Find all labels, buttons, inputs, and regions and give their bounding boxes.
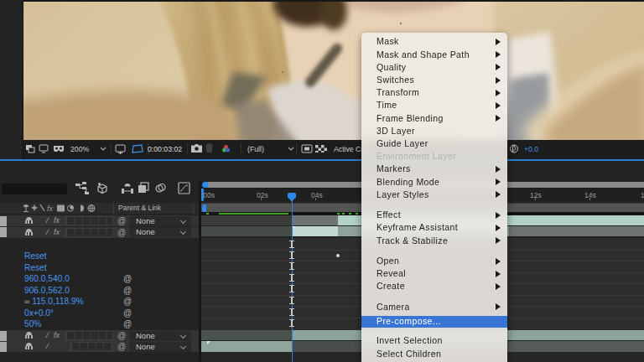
svg-text:+0.0: +0.0	[524, 145, 538, 153]
svg-text:200%: 200%	[70, 145, 89, 153]
svg-text:0:00:03:02: 0:00:03:02	[148, 145, 182, 153]
svg-text:(Full): (Full)	[247, 145, 264, 153]
svg-text:fx: fx	[47, 204, 54, 212]
